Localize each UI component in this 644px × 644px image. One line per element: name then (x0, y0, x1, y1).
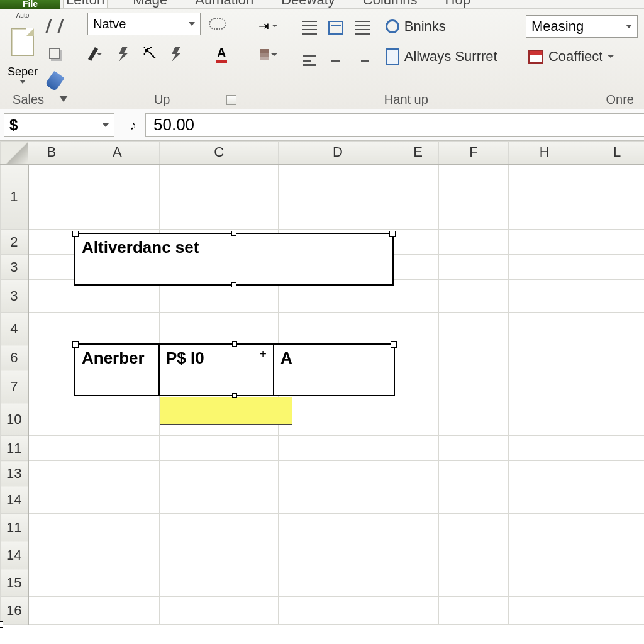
cell[interactable] (28, 255, 75, 280)
cell[interactable] (439, 541, 509, 569)
cell[interactable] (580, 370, 644, 403)
fill-color-button[interactable] (259, 45, 278, 64)
cell[interactable] (397, 461, 439, 486)
cell[interactable] (28, 280, 75, 313)
cell[interactable] (279, 436, 397, 461)
cell[interactable] (580, 541, 644, 569)
cell[interactable] (439, 461, 509, 486)
cell[interactable] (75, 514, 160, 541)
cell[interactable] (397, 403, 439, 436)
row-header[interactable]: 2 (1, 230, 28, 255)
cell[interactable] (397, 255, 439, 280)
cell[interactable] (75, 597, 160, 625)
cell[interactable] (508, 164, 580, 230)
align-center-button[interactable] (326, 51, 345, 70)
seper-label[interactable]: Seper (8, 65, 38, 79)
cell[interactable] (580, 461, 644, 486)
text-box-altiverdanc[interactable]: Altiverdanc set (74, 233, 394, 286)
cell[interactable] (508, 313, 580, 345)
cell[interactable] (28, 514, 75, 541)
col-header[interactable]: F (439, 142, 509, 164)
cell[interactable] (439, 230, 509, 255)
cell[interactable] (28, 403, 75, 436)
bninks-button[interactable]: Bninks (383, 15, 500, 38)
cell[interactable] (397, 370, 439, 403)
cell[interactable] (75, 313, 160, 345)
bolt1-button[interactable] (114, 45, 133, 64)
font-family-combo[interactable]: Natve (87, 13, 201, 35)
copy-button[interactable] (45, 44, 64, 63)
cell[interactable] (508, 486, 580, 514)
cell[interactable] (397, 345, 439, 370)
cell[interactable] (508, 569, 580, 597)
cell[interactable] (508, 255, 580, 280)
cell[interactable] (397, 569, 439, 597)
cell[interactable] (279, 541, 397, 569)
cell[interactable] (75, 541, 160, 569)
cell[interactable] (439, 164, 509, 230)
cell[interactable] (508, 403, 580, 436)
cell[interactable] (580, 230, 644, 255)
cell[interactable] (160, 569, 279, 597)
row-header[interactable]: 13 (1, 461, 28, 486)
cell[interactable] (160, 514, 279, 541)
cell[interactable] (279, 569, 397, 597)
cell[interactable] (439, 436, 509, 461)
name-box[interactable]: $ (4, 113, 114, 137)
cell[interactable] (508, 345, 580, 370)
list-number-button[interactable] (326, 18, 345, 37)
cell[interactable] (508, 597, 580, 625)
cell[interactable] (397, 541, 439, 569)
cell[interactable] (508, 230, 580, 255)
cell[interactable] (397, 313, 439, 345)
cell[interactable] (439, 280, 509, 313)
list-bullet-button[interactable] (300, 18, 319, 37)
cell[interactable] (580, 569, 644, 597)
col-header[interactable]: D (279, 142, 397, 164)
cell[interactable] (397, 280, 439, 313)
cut-button[interactable] (45, 16, 64, 35)
cell[interactable] (508, 370, 580, 403)
coaffect-button[interactable]: Coaffiect (526, 45, 616, 68)
format-painter-button[interactable] (45, 72, 64, 91)
cell[interactable] (28, 569, 75, 597)
cell[interactable] (160, 313, 279, 345)
cell[interactable] (508, 514, 580, 541)
cell[interactable] (28, 461, 75, 486)
cell[interactable] (439, 569, 509, 597)
always-surret-button[interactable]: Allways Surrret (383, 45, 500, 68)
cell[interactable] (508, 461, 580, 486)
cell[interactable] (580, 486, 644, 514)
align-left-button[interactable] (300, 51, 319, 70)
cell[interactable] (28, 486, 75, 514)
tab-hop[interactable]: Hop (443, 0, 473, 8)
outdent-button[interactable] (353, 18, 372, 37)
cell[interactable] (28, 164, 75, 230)
cell[interactable] (397, 597, 439, 625)
col-header[interactable]: H (508, 142, 580, 164)
cell[interactable] (279, 597, 397, 625)
cell[interactable] (580, 436, 644, 461)
cell[interactable] (279, 514, 397, 541)
pen-button[interactable] (87, 45, 106, 64)
formula-input[interactable]: 50.00 (145, 113, 644, 137)
cell[interactable] (160, 164, 279, 230)
cell[interactable] (508, 280, 580, 313)
measing-combo[interactable]: Measing (526, 15, 638, 38)
tab-deewaty[interactable]: Deewaty (279, 0, 338, 8)
cell[interactable] (580, 403, 644, 436)
cell[interactable] (28, 313, 75, 345)
cell[interactable] (75, 569, 160, 597)
cell[interactable] (75, 436, 160, 461)
cell[interactable] (397, 230, 439, 255)
tab-mage[interactable]: Mage (130, 0, 170, 8)
tab-lefton[interactable]: Lefton (63, 0, 108, 8)
cell[interactable] (397, 436, 439, 461)
cell[interactable] (160, 486, 279, 514)
cell[interactable] (439, 370, 509, 403)
align-right-button[interactable] (353, 51, 372, 70)
row-header[interactable]: 10 (1, 403, 28, 436)
row-header[interactable]: 3 (1, 280, 28, 313)
cell[interactable] (75, 461, 160, 486)
cell[interactable] (580, 514, 644, 541)
